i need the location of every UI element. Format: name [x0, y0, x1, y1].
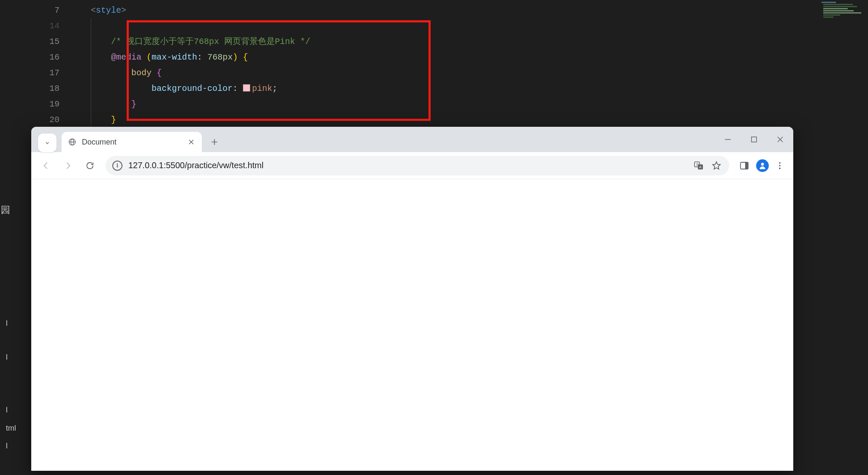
chevron-down-icon — [44, 139, 51, 146]
line-number: 20 — [0, 112, 74, 128]
url-text[interactable]: 127.0.0.1:5500/practice/vw/test.html — [128, 161, 687, 170]
code-token: body — [131, 68, 152, 78]
minimize-icon — [724, 136, 732, 143]
browser-window: Document i 127.0.0.1:5500/practice/vw/te… — [31, 127, 793, 471]
code-token: style — [96, 5, 121, 15]
sidebar-fragment: l — [0, 351, 22, 363]
code-token: < — [91, 5, 96, 15]
globe-icon — [68, 137, 77, 147]
code-token: background-color — [152, 84, 233, 93]
browser-toolbar: i 127.0.0.1:5500/practice/vw/test.html 文… — [31, 152, 793, 179]
sidebar-fragment: l — [0, 404, 22, 416]
plus-icon — [210, 138, 219, 146]
code-token: { — [157, 68, 162, 78]
arrow-right-icon — [63, 161, 73, 170]
kebab-menu-icon — [775, 161, 784, 170]
color-swatch-icon[interactable] — [243, 84, 250, 92]
code-line[interactable]: } — [74, 96, 868, 112]
svg-text:A: A — [699, 165, 702, 169]
translate-icon[interactable]: 文A — [693, 160, 705, 172]
line-number: 14 — [0, 18, 74, 34]
browser-tab[interactable]: Document — [62, 132, 202, 152]
browser-menu-button[interactable] — [771, 161, 788, 170]
window-controls — [715, 127, 793, 152]
code-token: /* 视口宽度小于等于768px 网页背景色是Pink */ — [111, 37, 310, 46]
svg-rect-16 — [745, 162, 748, 169]
code-token: { — [243, 52, 248, 62]
arrow-left-icon — [41, 161, 51, 170]
code-line[interactable]: body { — [74, 65, 868, 81]
svg-point-20 — [779, 167, 781, 169]
code-line[interactable]: } — [74, 112, 868, 128]
svg-text:文: 文 — [696, 163, 699, 167]
code-token: ; — [272, 84, 277, 93]
svg-rect-1 — [751, 137, 757, 142]
browser-viewport[interactable] — [31, 179, 793, 471]
code-token: > — [121, 5, 126, 15]
nav-reload-button[interactable] — [80, 156, 100, 175]
maximize-icon — [750, 136, 758, 143]
window-maximize-button[interactable] — [741, 130, 767, 149]
svg-point-19 — [779, 165, 781, 167]
address-bar[interactable]: i 127.0.0.1:5500/practice/vw/test.html 文… — [106, 156, 729, 175]
code-line[interactable]: @media (max-width: 768px) { — [74, 49, 868, 65]
line-number: 15 — [0, 34, 74, 49]
profile-avatar-button[interactable] — [756, 159, 769, 172]
tab-search-button[interactable] — [38, 134, 57, 152]
code-line[interactable]: <style> — [74, 3, 868, 18]
tab-title: Document — [82, 138, 182, 147]
sidebar-fragment: l — [0, 440, 22, 452]
line-number: 18 — [0, 81, 74, 96]
side-panel-icon[interactable] — [738, 160, 750, 172]
line-number: 17 — [0, 65, 74, 81]
bookmark-star-icon[interactable] — [711, 160, 722, 172]
sidebar-fragment: l — [0, 317, 22, 330]
code-token: @media — [111, 52, 141, 62]
code-token: } — [131, 99, 136, 109]
code-token: 768px — [207, 52, 233, 62]
nav-forward-button[interactable] — [58, 156, 78, 175]
new-tab-button[interactable] — [206, 134, 223, 150]
code-token: ) — [233, 52, 238, 62]
nav-back-button[interactable] — [36, 156, 56, 175]
close-icon — [776, 136, 784, 143]
code-token: } — [111, 115, 116, 125]
person-icon — [758, 161, 767, 170]
svg-point-17 — [761, 163, 764, 166]
close-icon — [188, 139, 194, 145]
code-token: : — [197, 52, 202, 62]
line-number: 7 — [0, 3, 74, 18]
reload-icon — [85, 161, 95, 170]
window-close-button[interactable] — [767, 130, 793, 149]
svg-point-18 — [779, 162, 781, 164]
minimap[interactable] — [819, 2, 866, 52]
sidebar-fragment: tml — [0, 422, 22, 434]
code-token: pink — [252, 84, 272, 93]
code-line[interactable] — [74, 18, 868, 34]
tab-close-button[interactable] — [187, 137, 196, 147]
line-number-gutter: 7 14 15 16 17 18 19 20 21 — [0, 0, 74, 143]
site-info-icon[interactable]: i — [112, 161, 122, 171]
code-token: : — [233, 84, 238, 93]
browser-tabstrip[interactable]: Document — [31, 127, 793, 152]
line-number: 16 — [0, 49, 74, 65]
window-minimize-button[interactable] — [715, 130, 741, 149]
code-token: max-width — [152, 52, 197, 62]
code-token: ( — [146, 52, 152, 62]
code-line[interactable]: background-color: pink; — [74, 81, 868, 96]
code-line[interactable]: /* 视口宽度小于等于768px 网页背景色是Pink */ — [74, 34, 868, 49]
sidebar-fragment: 园 — [0, 204, 22, 216]
code-content[interactable]: <style> /* 视口宽度小于等于768px 网页背景色是Pink */ @… — [74, 0, 868, 143]
line-number: 19 — [0, 96, 74, 112]
